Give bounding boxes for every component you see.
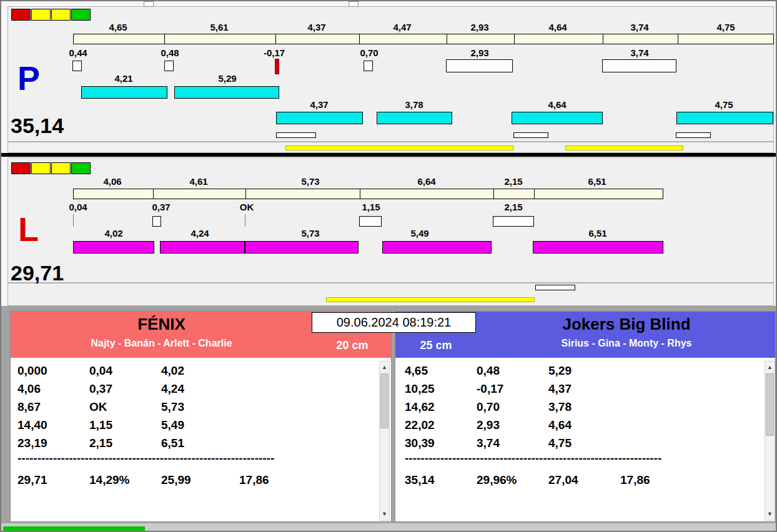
totals-row: 35,14 29,96% 27,04 17,86: [405, 473, 692, 487]
exchange-marker-box: [602, 59, 676, 72]
app-window: 4,65 5,61 4,37 4,47 2,93 4,64 3,74 4,75 …: [0, 0, 777, 532]
cell: 1,15: [89, 418, 161, 432]
scale-tick: [493, 189, 494, 199]
progress-bar-yellow: [326, 297, 535, 302]
scale-tick: [678, 34, 678, 44]
run-bar-cyan: [174, 86, 279, 99]
exchange-time-label: 0,70: [360, 47, 378, 58]
cell: 5,49: [161, 418, 239, 432]
scrollbar-up-button[interactable]: ▲: [380, 362, 389, 373]
cell: 10,25: [405, 382, 477, 396]
window-artifact: [349, 1, 359, 7]
status-light-yellow: [31, 162, 51, 174]
table-row: 0,000 0,04 4,02: [17, 364, 239, 378]
dashes-text: ----------------------------------------…: [405, 451, 683, 465]
scale-tick: [514, 34, 515, 44]
table-row: 14,40 1,15 5,49: [17, 418, 239, 432]
scale-tick: [359, 34, 360, 44]
split-time-label: 4,61: [189, 176, 207, 187]
table-row: 4,06 0,37 4,24: [17, 382, 239, 396]
cell: 4,64: [548, 418, 620, 432]
split-time-label: 6,51: [588, 176, 606, 187]
panel-l-bottom-strip: [7, 283, 774, 306]
split-time-label: 5,61: [210, 22, 228, 32]
team-total-l: 29,71: [11, 262, 64, 283]
total-time: 29,71: [17, 473, 89, 487]
cell: 4,24: [161, 382, 239, 396]
split-time-label: 2,15: [504, 176, 522, 187]
timestamp-box: 09.06.2024 08:19:21: [312, 312, 476, 333]
status-light-red: [11, 162, 31, 174]
scale-tick: [245, 189, 246, 199]
team-letter-p: P: [17, 61, 40, 95]
exchange-marker-box: [359, 216, 382, 227]
team-letter-l: L: [18, 212, 39, 246]
team-total-p: 35,14: [11, 115, 64, 136]
run-time-label: 5,29: [218, 73, 236, 84]
table-row: 23,19 2,15 6,51: [17, 436, 239, 450]
scrollbar-up-button[interactable]: ▲: [765, 362, 775, 373]
exchange-time-label: 0,37: [152, 202, 170, 212]
scrollbar-down-button[interactable]: ▼: [380, 508, 389, 520]
run-time-label: 4,02: [104, 228, 122, 239]
run-bar-cyan: [676, 112, 773, 124]
table-row: 10,25 -0,17 4,37: [405, 382, 620, 396]
team-card-left: FÉNIX Najty - Banán - Arlett - Charlie 2…: [10, 311, 392, 522]
scale-tick: [603, 34, 603, 44]
table-row: 8,67 OK 5,73: [17, 400, 239, 414]
cell: 0,04: [89, 364, 161, 378]
exchange-time-label: -0,17: [264, 47, 285, 58]
bottom-progress-green: [3, 526, 145, 532]
cell: 4,65: [405, 364, 477, 378]
scrollbar-down-button[interactable]: ▼: [765, 508, 775, 520]
run-time-label: 4,24: [191, 228, 209, 239]
split-time-label: 6,64: [417, 176, 435, 187]
total-percent: 14,29%: [89, 473, 161, 487]
run-time-label: 3,78: [405, 99, 423, 110]
exchange-marker-box: [493, 216, 534, 227]
scale-bar-l: [73, 189, 663, 199]
exchange-time-label: 2,15: [504, 202, 522, 212]
result-marker-box: [513, 132, 548, 138]
team-members-right: Sirius - Gina - Monty - Rhys: [477, 338, 776, 349]
scrollbar-track[interactable]: ▲ ▼: [765, 361, 775, 521]
team-members-left: Najty - Banán - Arlett - Charlie: [11, 338, 312, 349]
cell: 22,02: [405, 418, 477, 432]
scrollbar-thumb[interactable]: [380, 373, 388, 428]
scale-tick: [447, 34, 447, 44]
exchange-marker-box: [152, 216, 161, 227]
split-time-label: 5,73: [301, 176, 319, 187]
total-percent: 29,96%: [477, 473, 548, 487]
run-bar-magenta: [382, 241, 492, 254]
cell: 2,93: [477, 418, 548, 432]
progress-bar-yellow: [565, 145, 683, 150]
scale-tick: [153, 189, 154, 199]
scale-tick: [360, 189, 360, 199]
table-row: 14,62 0,70 3,78: [405, 400, 620, 414]
cell: 4,75: [548, 436, 620, 450]
divider-dashes: ----------------------------------------…: [405, 451, 683, 465]
split-time-label: 4,37: [307, 22, 325, 32]
status-light-yellow: [31, 9, 51, 21]
divider-dashes: ----------------------------------------…: [17, 451, 295, 465]
total-value: 27,04: [548, 473, 620, 487]
scrollbar-thumb[interactable]: [766, 373, 774, 436]
status-lights-p: [11, 9, 91, 21]
exchange-marker-box: [164, 61, 174, 71]
cell: 30,39: [405, 436, 477, 450]
cell: 6,51: [161, 436, 239, 450]
cell: -0,17: [477, 382, 548, 396]
cell: 2,15: [89, 436, 161, 450]
status-light-green: [71, 9, 91, 21]
run-bar-magenta: [533, 241, 663, 254]
run-time-label: 6,51: [588, 228, 606, 239]
scrollbar-track[interactable]: ▲ ▼: [379, 361, 390, 521]
scale-tick: [534, 189, 535, 199]
cell: 4,37: [548, 382, 620, 396]
split-time-label: 4,64: [548, 22, 567, 32]
table-row: 4,65 0,48 5,29: [405, 364, 620, 378]
run-time-label: 5,73: [301, 228, 319, 239]
scale-bar-p: [73, 34, 774, 44]
cell: 4,02: [161, 364, 239, 378]
cell: 0,70: [477, 400, 548, 414]
